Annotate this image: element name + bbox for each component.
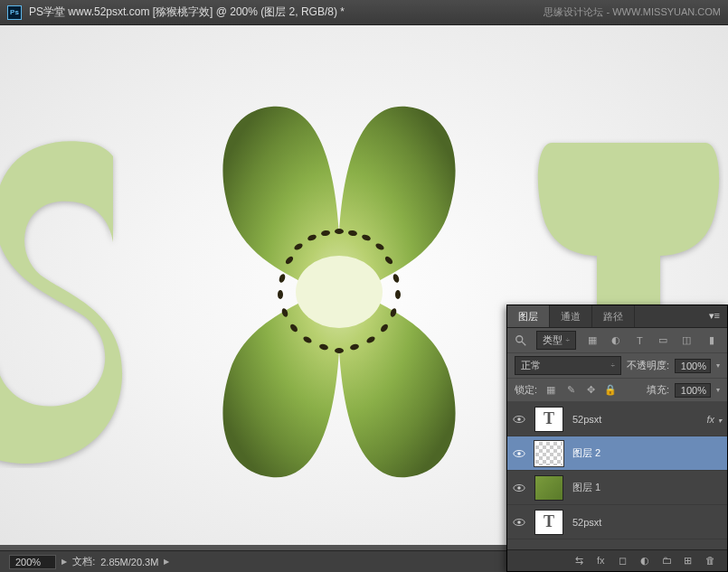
- title-bar: Ps PS学堂 www.52psxt.com [猕猴桃字效] @ 200% (图…: [0, 0, 728, 25]
- svg-point-21: [278, 273, 286, 283]
- layer-name: 图层 2: [567, 446, 722, 460]
- filter-row: 类型 ÷ ▦ ◐ T ▭ ◫ ▮: [507, 328, 727, 353]
- opacity-field[interactable]: 100%: [675, 359, 711, 373]
- app-icon: Ps: [7, 5, 22, 20]
- lock-paint-icon[interactable]: ✎: [563, 382, 579, 399]
- link-layers-icon[interactable]: ⇆: [575, 555, 588, 567]
- tab-layers[interactable]: 图层: [507, 305, 550, 327]
- filter-type-label: 类型: [543, 333, 563, 347]
- svg-point-9: [392, 273, 400, 283]
- panel-tabs: 图层 通道 路径 ▾≡: [507, 305, 727, 328]
- svg-point-10: [395, 290, 401, 299]
- group-icon[interactable]: 🗀: [662, 555, 675, 567]
- layer-row-layer2[interactable]: 图层 2: [507, 436, 727, 471]
- svg-point-26: [517, 417, 521, 421]
- fx-indicator[interactable]: fx▾: [700, 414, 722, 425]
- tab-paths[interactable]: 路径: [592, 305, 635, 327]
- doc-size-value: 2.85M/20.3M: [100, 557, 158, 567]
- filter-toggle[interactable]: ▮: [704, 333, 720, 349]
- panel-footer: ⇆ fx ◻ ◐ 🗀 ⊞ 🗑: [507, 549, 727, 571]
- search-icon: [515, 334, 527, 347]
- layer-thumb-text: T: [534, 407, 563, 432]
- svg-point-4: [335, 229, 344, 234]
- layer-name: 52psxt: [567, 414, 700, 425]
- eye-icon[interactable]: [513, 518, 525, 527]
- adjustment-layer-icon[interactable]: ◐: [640, 555, 653, 567]
- layer-name: 图层 1: [567, 481, 722, 494]
- filter-pixel-icon[interactable]: ▦: [584, 333, 600, 349]
- artwork-letter-s: [0, 125, 127, 468]
- svg-point-30: [517, 486, 521, 490]
- lock-all-icon[interactable]: 🔒: [602, 382, 619, 399]
- layer-row-text-bottom[interactable]: T 52psxt: [507, 505, 727, 539]
- lock-transparent-icon[interactable]: ▦: [543, 382, 559, 399]
- watermark-text: 思缘设计论坛 - WWW.MISSYUAN.COM: [544, 5, 721, 19]
- layer-row-layer1[interactable]: 图层 1: [507, 471, 727, 505]
- opacity-arrow[interactable]: ▾: [716, 361, 720, 370]
- filter-shape-icon[interactable]: ▭: [655, 333, 671, 349]
- zoom-field[interactable]: 200%: [9, 555, 56, 569]
- new-layer-icon[interactable]: ⊞: [684, 555, 696, 567]
- svg-point-20: [278, 290, 283, 299]
- filter-type-dropdown[interactable]: 类型 ÷: [536, 331, 576, 350]
- fill-arrow[interactable]: ▾: [716, 386, 720, 394]
- lock-position-icon[interactable]: ✥: [582, 382, 599, 399]
- lock-label: 锁定:: [515, 383, 537, 397]
- svg-point-32: [517, 520, 521, 524]
- doc-info-arrow[interactable]: ▶: [164, 558, 169, 566]
- filter-smart-icon[interactable]: ◫: [678, 333, 695, 349]
- layer-style-icon[interactable]: fx: [597, 555, 610, 567]
- filter-text-icon[interactable]: T: [631, 333, 648, 349]
- blend-mode-dropdown[interactable]: 正常 ÷: [515, 356, 621, 375]
- panel-menu-button[interactable]: ▾≡: [702, 305, 727, 327]
- window-title: PS学堂 www.52psxt.com [猕猴桃字效] @ 200% (图层 2…: [29, 5, 345, 20]
- layer-thumb-kiwi: [534, 475, 563, 501]
- svg-point-15: [335, 348, 344, 353]
- layers-panel: 图层 通道 路径 ▾≡ 类型 ÷ ▦ ◐ T ▭ ◫ ▮ 正常 ÷ 不透明度: …: [506, 305, 728, 572]
- fill-field[interactable]: 100%: [675, 383, 711, 398]
- svg-point-0: [296, 256, 383, 328]
- eye-icon[interactable]: [513, 415, 525, 424]
- blend-row: 正常 ÷ 不透明度: 100% ▾: [507, 353, 727, 379]
- zoom-menu-arrow[interactable]: ▶: [61, 558, 67, 566]
- layer-row-text-top[interactable]: T 52psxt fx▾: [507, 402, 727, 436]
- layer-name: 52psxt: [567, 517, 722, 528]
- eye-icon[interactable]: [513, 483, 525, 492]
- filter-adjust-icon[interactable]: ◐: [608, 333, 624, 349]
- lock-row: 锁定: ▦ ✎ ✥ 🔒 填充: 100% ▾: [507, 379, 727, 402]
- svg-point-28: [517, 452, 521, 455]
- layer-mask-icon[interactable]: ◻: [619, 555, 631, 567]
- svg-line-24: [522, 341, 525, 344]
- layer-thumb-checker: [534, 441, 563, 466]
- blend-mode-label: 正常: [521, 359, 541, 372]
- layer-thumb-text: T: [534, 510, 563, 535]
- opacity-label: 不透明度:: [627, 359, 669, 372]
- layer-list: T 52psxt fx▾ 图层 2 图层 1 T 52psxt: [507, 402, 727, 549]
- eye-icon[interactable]: [513, 449, 525, 458]
- svg-point-23: [516, 335, 523, 342]
- artwork-letter-x-kiwi: [208, 98, 470, 486]
- tab-channels[interactable]: 通道: [550, 305, 592, 327]
- delete-layer-icon[interactable]: 🗑: [705, 555, 718, 567]
- doc-size-label: 文档:: [72, 555, 95, 568]
- fill-label: 填充:: [647, 383, 669, 397]
